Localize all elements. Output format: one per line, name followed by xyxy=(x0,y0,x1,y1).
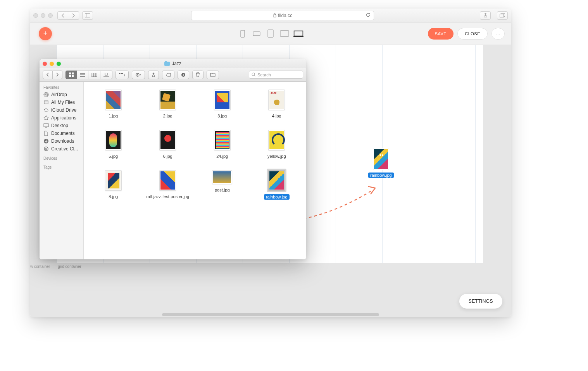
svg-rect-23 xyxy=(121,73,122,74)
finder-search-input[interactable]: Search xyxy=(249,71,303,79)
container-label-window: w container xyxy=(30,264,50,269)
dragged-file-label: rainbow.jpg xyxy=(368,173,394,178)
svg-point-40 xyxy=(45,148,47,150)
sidebar-item-creative-cloud[interactable]: Creative Cl... xyxy=(40,145,83,153)
finder-files-area[interactable]: 1.jpg2.jpg3.jpg4.jpg5.jpg6.jpg24.jpgyell… xyxy=(84,82,306,259)
new-folder-button[interactable] xyxy=(207,71,219,79)
delete-button[interactable] xyxy=(192,71,203,79)
more-button[interactable]: ... xyxy=(491,28,505,40)
file-item[interactable]: yellow.jpg xyxy=(252,127,302,160)
svg-rect-12 xyxy=(69,75,71,77)
view-list-button[interactable] xyxy=(77,71,88,79)
close-button[interactable]: CLOSE xyxy=(457,28,488,40)
save-button[interactable]: SAVE xyxy=(428,28,454,40)
container-label-grid: grid container xyxy=(58,264,81,269)
device-tablet-landscape-icon[interactable] xyxy=(279,29,290,38)
share-finder-button[interactable] xyxy=(148,71,159,79)
sidebar-item-icloud[interactable]: iCloud Drive xyxy=(40,106,83,114)
tags-button[interactable] xyxy=(162,71,174,79)
action-button[interactable] xyxy=(132,71,145,79)
zoom-window-dot[interactable] xyxy=(48,13,53,18)
back-button[interactable] xyxy=(57,11,68,20)
settings-button[interactable]: SETTINGS xyxy=(459,294,502,309)
nav-buttons xyxy=(57,11,79,20)
device-tablet-portrait-icon[interactable] xyxy=(266,29,276,38)
tabs-button[interactable] xyxy=(497,11,508,20)
finder-zoom-button[interactable] xyxy=(57,62,61,66)
svg-rect-20 xyxy=(105,73,107,75)
file-label: 4.jpg xyxy=(272,114,281,118)
file-thumbnail xyxy=(268,170,285,191)
container-labels: w container grid container xyxy=(30,264,81,269)
view-columns-button[interactable] xyxy=(88,71,100,79)
file-item[interactable]: 4.jpg xyxy=(252,86,302,120)
sidebar-item-desktop[interactable]: Desktop xyxy=(40,122,83,129)
finder-window: Jazz i Search Favorites AirDrop All My F… xyxy=(40,59,306,259)
file-thumbnail xyxy=(212,170,232,184)
file-item[interactable]: post.jpg xyxy=(197,167,247,201)
svg-rect-6 xyxy=(268,30,273,37)
search-icon xyxy=(252,72,256,77)
file-item[interactable]: rainbow.jpg xyxy=(252,167,302,201)
file-thumbnail xyxy=(105,90,122,110)
finder-titlebar[interactable]: Jazz xyxy=(40,59,306,68)
svg-rect-2 xyxy=(273,15,276,17)
dragged-file-thumbnail xyxy=(373,148,389,170)
device-phone-portrait-icon[interactable] xyxy=(238,29,248,38)
svg-rect-18 xyxy=(93,73,95,77)
file-item[interactable]: 5.jpg xyxy=(88,127,138,160)
finder-close-button[interactable] xyxy=(43,62,47,66)
file-item[interactable]: 2.jpg xyxy=(143,86,193,120)
file-item[interactable]: 1.jpg xyxy=(88,86,138,120)
sidebar-header-devices: Devices xyxy=(40,155,83,162)
view-icons-button[interactable] xyxy=(66,71,77,79)
svg-point-32 xyxy=(45,93,48,96)
minimize-window-dot[interactable] xyxy=(41,13,45,18)
arrange-button[interactable] xyxy=(116,71,129,79)
sidebar-item-all-files[interactable]: All My Files xyxy=(40,98,83,106)
svg-rect-13 xyxy=(72,75,74,77)
svg-rect-22 xyxy=(119,73,120,74)
device-phone-landscape-icon[interactable] xyxy=(252,29,262,38)
file-item[interactable]: 24.jpg xyxy=(197,127,247,160)
file-thumbnail xyxy=(214,130,231,150)
close-window-dot[interactable] xyxy=(33,13,38,18)
device-preview-group xyxy=(238,29,303,38)
finder-toolbar: i Search xyxy=(40,68,306,82)
file-item[interactable]: 6.jpg xyxy=(143,127,193,160)
sidebar-item-documents[interactable]: Documents xyxy=(40,129,83,137)
file-label: 24.jpg xyxy=(216,154,228,159)
file-item[interactable]: mtl-jazz-fest-poster.jpg xyxy=(143,167,193,201)
file-item[interactable]: 3.jpg xyxy=(197,86,247,120)
file-thumbnail xyxy=(159,130,176,150)
file-label: rainbow.jpg xyxy=(264,194,290,200)
horizontal-scrollbar[interactable] xyxy=(162,313,379,316)
finder-sidebar: Favorites AirDrop All My Files iCloud Dr… xyxy=(40,82,84,259)
svg-rect-10 xyxy=(69,72,71,74)
view-coverflow-button[interactable] xyxy=(100,71,112,79)
add-block-button[interactable]: + xyxy=(39,27,52,40)
url-bar[interactable]: tilda.cc xyxy=(191,11,374,20)
svg-rect-3 xyxy=(500,14,504,17)
svg-rect-8 xyxy=(294,31,303,36)
finder-title: Jazz xyxy=(172,61,181,66)
file-label: 6.jpg xyxy=(163,154,172,159)
file-thumbnail xyxy=(105,130,122,150)
finder-forward-button[interactable] xyxy=(53,71,62,79)
sidebar-toggle-button[interactable] xyxy=(82,11,93,20)
share-button[interactable] xyxy=(480,11,491,20)
finder-minimize-button[interactable] xyxy=(50,62,54,66)
reload-icon[interactable] xyxy=(366,12,371,19)
svg-text:i: i xyxy=(183,73,184,77)
svg-rect-19 xyxy=(95,73,97,77)
sidebar-item-airdrop[interactable]: AirDrop xyxy=(40,91,83,98)
finder-back-button[interactable] xyxy=(43,71,53,79)
forward-button[interactable] xyxy=(68,11,79,20)
sidebar-item-applications[interactable]: Applications xyxy=(40,114,83,122)
file-thumbnail xyxy=(214,90,231,110)
file-thumbnail xyxy=(159,170,176,191)
sidebar-item-downloads[interactable]: Downloads xyxy=(40,137,83,145)
info-button[interactable]: i xyxy=(178,71,189,79)
file-item[interactable]: 8.jpg xyxy=(88,167,138,201)
device-desktop-icon[interactable] xyxy=(293,29,303,38)
